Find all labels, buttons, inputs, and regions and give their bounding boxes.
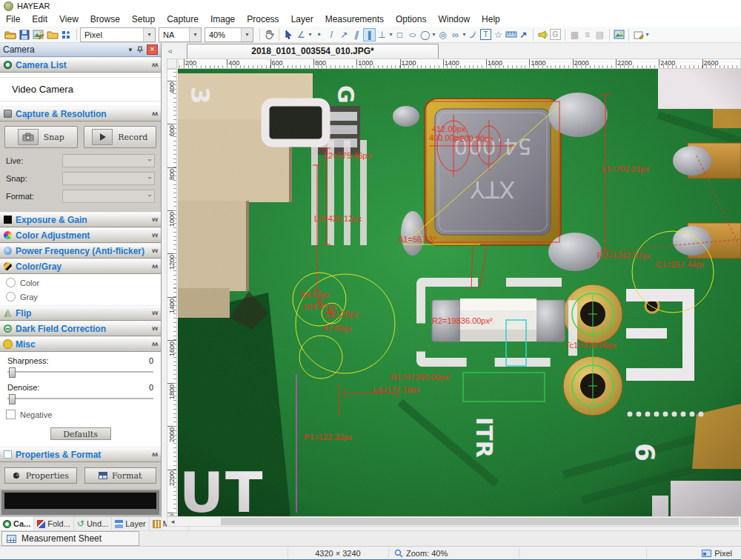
flatten-tool-icon[interactable]: ≡	[581, 28, 594, 41]
collapse-chevron-icon[interactable]: ∧∧	[151, 451, 157, 458]
scroll-left-icon[interactable]: ◂	[167, 517, 178, 526]
export-image-icon[interactable]	[613, 28, 625, 41]
section-header-color-gray[interactable]: Color/Gray ∧∧	[0, 259, 161, 274]
camera-panel-titlebar[interactable]: Camera ▼ ×	[0, 43, 161, 57]
menu-item-options[interactable]: Options	[390, 14, 432, 24]
format-select[interactable]	[62, 190, 155, 203]
tab-scroll-left-icon[interactable]: ◃	[165, 45, 175, 56]
unit-select[interactable]: Pixel ▾	[80, 27, 156, 42]
slider-thumb[interactable]	[9, 367, 16, 378]
perpendicular-tool-caret[interactable]: ▾	[388, 31, 393, 38]
line-tool-icon[interactable]: /	[325, 28, 338, 41]
defaults-button[interactable]: Defaults	[50, 427, 111, 440]
tab-undo[interactable]: ↺ Und...	[74, 517, 112, 530]
measurement-label[interactable]: R1=47250.00px²	[391, 373, 451, 381]
tab-layer[interactable]: Layer	[112, 517, 150, 530]
panel-menu-icon[interactable]: ▼	[127, 47, 133, 53]
gray-radio[interactable]: Gray	[0, 290, 161, 304]
toolbar-more-caret[interactable]: ▾	[645, 31, 650, 38]
measurement-label[interactable]: =200.00px	[455, 134, 494, 143]
polygon-star-tool-icon[interactable]: ☆	[492, 28, 505, 41]
snap-button[interactable]: Snap	[4, 126, 78, 148]
linked-circles-tool-icon[interactable]: ∞	[449, 28, 462, 41]
menu-item-process[interactable]: Process	[241, 14, 285, 24]
panel-close-icon[interactable]: ×	[147, 44, 158, 55]
menu-item-layer[interactable]: Layer	[285, 14, 319, 24]
caliper-tool-icon[interactable]	[505, 28, 517, 41]
sharpness-slider[interactable]	[7, 367, 153, 376]
menu-item-edit[interactable]: Edit	[26, 14, 53, 24]
section-header-misc[interactable]: Misc ∧∧	[0, 336, 161, 352]
expand-chevron-icon[interactable]: ∨∨	[151, 325, 157, 332]
section-header-flip[interactable]: Flip ∨∨	[0, 305, 161, 321]
menu-item-view[interactable]: View	[53, 14, 84, 24]
panel-pin-icon[interactable]	[136, 46, 144, 53]
angle-tool-icon[interactable]: ∠	[295, 28, 308, 41]
rectangle-tool-icon[interactable]: □	[393, 28, 406, 41]
section-header-power-frequency[interactable]: Power Frequency (Anti-flicker) ∨∨	[0, 243, 161, 259]
pan-hand-icon[interactable]	[263, 28, 276, 41]
text-tool-icon[interactable]: T	[479, 28, 492, 41]
angle-tool-caret[interactable]: ▾	[308, 31, 313, 38]
collapse-chevron-icon[interactable]: ∧∧	[151, 61, 157, 68]
section-header-properties-format[interactable]: Properties & Format ∧∧	[0, 447, 161, 462]
ellipse-tool-icon[interactable]: ○	[406, 28, 419, 41]
menu-item-capture[interactable]: Capture	[161, 14, 205, 24]
expand-chevron-icon[interactable]: ∨∨	[151, 216, 157, 223]
collapse-chevron-icon[interactable]: ∧∧	[151, 110, 157, 117]
menu-item-window[interactable]: Window	[432, 14, 476, 24]
parallel-measure-tool-icon[interactable]: ∥	[363, 28, 376, 41]
menu-item-file[interactable]: File	[0, 14, 26, 24]
measurement-label[interactable]: R2=1342.97px	[597, 251, 651, 260]
video-camera-item[interactable]: Video Camera	[0, 77, 161, 101]
circle-tool-caret[interactable]: ▾	[431, 31, 436, 38]
browse-folder-icon[interactable]	[45, 28, 59, 41]
color-radio[interactable]: Color	[0, 276, 161, 290]
circle-tool-icon[interactable]: ◯	[419, 28, 431, 41]
menu-item-setup[interactable]: Setup	[126, 14, 161, 24]
merge-tool-icon[interactable]: ▤	[594, 28, 606, 41]
section-header-capture[interactable]: Capture & Resolution ∧∧	[0, 106, 161, 121]
measurement-label[interactable]: 412.00px	[432, 124, 465, 133]
calibrate-icon[interactable]	[536, 28, 549, 41]
canvas-horizontal-scrollbar[interactable]: ◂	[167, 516, 741, 527]
measurement-label[interactable]: R2=19836.00px²	[432, 316, 493, 325]
live-resolution-select[interactable]	[62, 154, 155, 167]
measurement-label[interactable]: L2=575.46px	[324, 151, 371, 160]
select-cursor-icon[interactable]	[282, 28, 295, 41]
menu-item-browse[interactable]: Browse	[84, 14, 126, 24]
measurement-sheet-tab[interactable]: Measurement Sheet	[1, 531, 139, 546]
document-tab[interactable]: 2018_0101_003554_010.JPG*	[187, 44, 439, 59]
edit-image-icon[interactable]	[31, 28, 45, 41]
zoom-select[interactable]: 40% ▾	[205, 27, 253, 42]
measurement-label[interactable]: A1=56.53°	[398, 235, 436, 244]
menu-item-image[interactable]: Image	[205, 14, 241, 24]
magnification-caret[interactable]: ▾	[189, 28, 201, 41]
measurement-label[interactable]: P1=122.33px	[304, 433, 352, 441]
record-button[interactable]: Record	[84, 126, 157, 148]
new-layout-icon[interactable]	[632, 28, 645, 41]
denoise-slider[interactable]	[7, 394, 153, 403]
measurement-label[interactable]: 132.20px	[325, 310, 358, 319]
measurement-label[interactable]: C1=257.44px	[656, 260, 705, 269]
unit-select-caret[interactable]: ▾	[143, 28, 155, 41]
collapse-chevron-icon[interactable]: ∧∧	[151, 263, 157, 270]
measurement-label[interactable]: 47.60px	[323, 324, 352, 333]
point-tool-icon[interactable]: •	[313, 28, 325, 41]
measurement-label[interactable]: 84.65px	[301, 290, 330, 299]
expand-chevron-icon[interactable]: ∨∨	[151, 310, 157, 316]
magnification-select[interactable]: NA ▾	[159, 27, 202, 42]
arc-tool-icon[interactable]: )	[467, 28, 479, 41]
thumbnail-grid-icon[interactable]	[59, 28, 73, 41]
sync-tool-icon[interactable]: ▦	[568, 28, 581, 41]
measurement-label[interactable]: L4=177.18px	[373, 385, 420, 394]
section-header-dark-field[interactable]: Dark Field Correction ∨∨	[0, 321, 161, 336]
zoom-caret[interactable]: ▾	[241, 28, 253, 41]
measurement-label[interactable]: L1=702.21px	[602, 164, 649, 173]
open-file-icon[interactable]	[3, 28, 17, 41]
arrow-annotation-icon[interactable]: ↗	[517, 28, 530, 41]
perpendicular-tool-icon[interactable]: ⊥	[376, 28, 388, 41]
scrollbar-thumb[interactable]	[221, 518, 739, 525]
linked-circles-tool-caret[interactable]: ▾	[462, 31, 467, 38]
slider-thumb[interactable]	[9, 394, 16, 404]
